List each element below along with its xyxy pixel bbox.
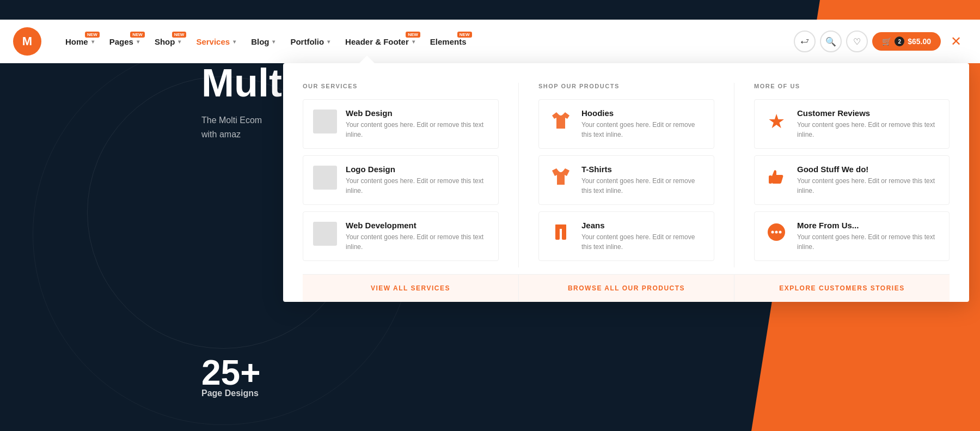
nav-item-home[interactable]: Home NEW ▾: [59, 34, 101, 50]
web-dev-title: Web Development: [346, 221, 489, 230]
web-dev-icon: [312, 221, 338, 247]
goodstuff-icon: [763, 165, 789, 191]
nav-item-portfolio[interactable]: Portfolio ▾: [284, 34, 336, 50]
col-title-services: OUR SERVICES: [303, 83, 499, 89]
more-card-reviews[interactable]: ★ Customer Reviews Your content goes her…: [754, 99, 950, 149]
new-badge-pages: NEW: [130, 32, 145, 38]
mega-footer: VIEW ALL SERVICES BROWSE ALL OUR PRODUCT…: [303, 274, 950, 302]
goodstuff-desc: Your content goes here. Edit or remove t…: [797, 176, 940, 196]
reviews-desc: Your content goes here. Edit or remove t…: [797, 120, 940, 139]
nav-item-services[interactable]: Services ▾: [189, 34, 242, 50]
stat-number: 25+: [201, 353, 261, 393]
mega-menu: OUR SERVICES Web Design Your content goe…: [283, 63, 969, 302]
product-card-jeans[interactable]: Jeans Your content goes here. Edit or re…: [538, 211, 714, 261]
login-icon: ⮐: [800, 37, 809, 46]
new-badge-shop: NEW: [172, 32, 187, 38]
svg-rect-3: [769, 175, 772, 184]
logo[interactable]: M: [13, 27, 41, 56]
cart-icon: 🛒: [882, 37, 891, 46]
svg-point-5: [771, 230, 774, 233]
nav-item-blog[interactable]: Blog ▾: [244, 34, 281, 50]
nav-label-shop: Shop: [155, 37, 175, 46]
cart-button[interactable]: 🛒 2 $65.00: [872, 32, 941, 51]
jeans-content: Jeans Your content goes here. Edit or re…: [581, 221, 705, 252]
main-nav: Home NEW ▾ Pages NEW ▾ Shop NEW ▾ Servic…: [59, 34, 783, 50]
browse-all-products-btn[interactable]: BROWSE ALL OUR PRODUCTS: [518, 275, 734, 302]
new-badge-home: NEW: [85, 32, 100, 38]
morefromus-title: More From Us...: [797, 221, 940, 230]
col-title-products: SHOP OUR PRODUCTS: [538, 83, 714, 89]
nav-label-header-footer: Header & Footer: [345, 37, 409, 46]
view-all-services-btn[interactable]: VIEW ALL SERVICES: [303, 275, 518, 302]
stat-label: Page Designs: [201, 388, 261, 398]
goodstuff-title: Good Stuff We do!: [797, 165, 940, 174]
wishlist-button[interactable]: ♡: [846, 31, 868, 52]
svg-rect-2: [555, 224, 566, 229]
cart-count: 2: [895, 37, 904, 46]
tshirts-svg: [549, 164, 573, 192]
new-badge-elements: NEW: [457, 32, 472, 38]
tshirts-content: T-Shirts Your content goes here. Edit or…: [581, 165, 705, 196]
web-design-desc: Your content goes here. Edit or remove t…: [346, 120, 489, 139]
chevron-shop: ▾: [178, 39, 181, 45]
nav-label-elements: Elements: [430, 37, 467, 46]
mega-col-more: MORE OF US ★ Customer Reviews Your conte…: [734, 83, 950, 268]
svg-point-7: [779, 230, 782, 233]
nav-item-elements[interactable]: Elements NEW: [424, 34, 473, 50]
product-card-tshirts[interactable]: T-Shirts Your content goes here. Edit or…: [538, 155, 714, 205]
morefromus-desc: Your content goes here. Edit or remove t…: [797, 232, 940, 252]
nav-item-header-footer[interactable]: Header & Footer NEW ▾: [339, 34, 421, 50]
hoodies-desc: Your content goes here. Edit or remove t…: [581, 120, 705, 139]
chevron-portfolio: ▾: [327, 39, 330, 45]
more-card-goodstuff[interactable]: Good Stuff We do! Your content goes here…: [754, 155, 950, 205]
logo-design-icon: [312, 165, 338, 191]
hoodies-svg: [549, 108, 573, 136]
mega-col-services: OUR SERVICES Web Design Your content goe…: [303, 83, 518, 268]
service-card-web-dev[interactable]: Web Development Your content goes here. …: [303, 211, 499, 261]
jeans-icon: [548, 221, 574, 247]
service-card-logo-design[interactable]: Logo Design Your content goes here. Edit…: [303, 155, 499, 205]
more-card-morefromus[interactable]: More From Us... Your content goes here. …: [754, 211, 950, 261]
web-design-icon: [312, 108, 338, 135]
search-button[interactable]: 🔍: [820, 31, 842, 52]
chevron-header-footer: ▾: [412, 39, 415, 45]
reviews-svg: ★: [768, 110, 785, 133]
explore-customers-btn[interactable]: EXPLORE CUSTOMERS STORIES: [734, 275, 950, 302]
search-icon: 🔍: [825, 37, 836, 47]
service-card-web-design[interactable]: Web Design Your content goes here. Edit …: [303, 99, 499, 149]
jeans-title: Jeans: [581, 221, 705, 230]
web-design-title: Web Design: [346, 108, 489, 118]
chevron-blog: ▾: [272, 39, 275, 45]
web-design-content: Web Design Your content goes here. Edit …: [346, 108, 489, 139]
product-card-hoodies[interactable]: Hoodies Your content goes here. Edit or …: [538, 99, 714, 149]
nav-item-shop[interactable]: Shop NEW ▾: [148, 34, 188, 50]
jeans-desc: Your content goes here. Edit or remove t…: [581, 232, 705, 252]
hoodies-content: Hoodies Your content goes here. Edit or …: [581, 108, 705, 139]
header: M Home NEW ▾ Pages NEW ▾ Shop NEW ▾ Serv…: [0, 20, 980, 63]
nav-label-pages: Pages: [109, 37, 133, 46]
close-icon: ✕: [951, 34, 961, 49]
goodstuff-content: Good Stuff We do! Your content goes here…: [797, 165, 940, 196]
mega-col-products: SHOP OUR PRODUCTS Hoodies Your content g…: [518, 83, 734, 268]
morefromus-svg: [764, 220, 788, 248]
chevron-pages: ▾: [137, 39, 139, 45]
tshirts-title: T-Shirts: [581, 165, 705, 174]
web-dev-desc: Your content goes here. Edit or remove t…: [346, 232, 489, 252]
morefromus-icon: [763, 221, 789, 247]
jeans-svg: [549, 220, 573, 248]
chevron-services: ▾: [233, 39, 236, 45]
web-dev-content: Web Development Your content goes here. …: [346, 221, 489, 252]
login-button[interactable]: ⮐: [794, 31, 816, 52]
heart-icon: ♡: [853, 37, 861, 47]
chevron-home: ▾: [91, 39, 94, 45]
close-button[interactable]: ✕: [945, 31, 967, 52]
nav-label-blog: Blog: [251, 37, 269, 46]
tshirts-desc: Your content goes here. Edit or remove t…: [581, 176, 705, 196]
nav-item-pages[interactable]: Pages NEW ▾: [103, 34, 146, 50]
reviews-icon: ★: [763, 108, 789, 135]
morefromus-content: More From Us... Your content goes here. …: [797, 221, 940, 252]
hoodies-title: Hoodies: [581, 108, 705, 118]
cart-total: $65.00: [908, 37, 931, 46]
reviews-content: Customer Reviews Your content goes here.…: [797, 108, 940, 139]
svg-point-6: [775, 230, 778, 233]
